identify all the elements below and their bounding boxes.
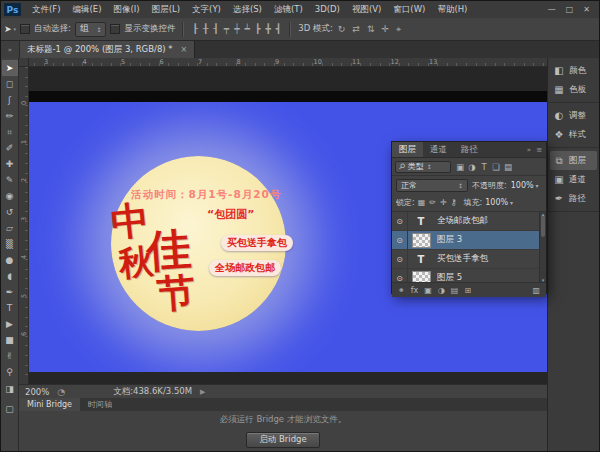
path-selection-tool[interactable]: ▶ bbox=[2, 316, 18, 332]
scrollbar-thumb[interactable] bbox=[541, 215, 545, 237]
launch-bridge-button[interactable]: 启动 Bridge bbox=[246, 432, 319, 448]
dock-item-adjustments[interactable]: ◐调整 bbox=[550, 106, 597, 125]
layer-thumbnail[interactable] bbox=[408, 233, 434, 248]
type-tool[interactable]: T bbox=[2, 300, 18, 316]
filter-kind-icon[interactable]: ❏ bbox=[490, 162, 502, 172]
mode-3d-icon[interactable]: ⇄ bbox=[351, 24, 361, 35]
screen-mode-button[interactable]: ▢ bbox=[2, 401, 18, 417]
menu-item[interactable]: 窗口(W) bbox=[387, 4, 431, 16]
lock-transparent-icon[interactable]: ▦ bbox=[418, 198, 426, 207]
zoom-tool[interactable]: ⚲ bbox=[2, 364, 18, 380]
dock-item-channels[interactable]: ▣通道 bbox=[550, 170, 597, 189]
toolbar-collapse-button[interactable]: » bbox=[1, 41, 20, 58]
align-icon[interactable]: ┷ bbox=[244, 24, 251, 34]
link-layers-icon[interactable]: ⚭ bbox=[398, 286, 405, 295]
visibility-toggle[interactable]: ⊙ bbox=[392, 269, 408, 282]
menu-item[interactable]: 滤镜(T) bbox=[268, 4, 309, 16]
zoom-level-field[interactable]: 200% bbox=[25, 387, 49, 397]
maximize-button[interactable]: □ bbox=[566, 5, 574, 14]
bottom-tab[interactable]: 时间轴 bbox=[80, 398, 120, 411]
clone-stamp-tool[interactable]: ◉ bbox=[2, 188, 18, 204]
filter-kind-icon[interactable]: ◑ bbox=[466, 162, 478, 172]
layer-group-icon[interactable]: ▤ bbox=[451, 286, 459, 295]
quick-mask-button[interactable]: ◨ bbox=[2, 381, 18, 397]
tool-preset-arrow-icon[interactable]: ▾ bbox=[14, 26, 17, 32]
layer-filter-type-dropdown[interactable]: ⚲ 类型 ↕ bbox=[395, 161, 451, 173]
dock-item-paths[interactable]: ✒路径 bbox=[550, 189, 597, 208]
align-icon[interactable]: ╂ bbox=[202, 24, 209, 34]
layers-panel-tab[interactable]: 通道 bbox=[423, 142, 454, 157]
gradient-tool[interactable]: ▒ bbox=[2, 236, 18, 252]
align-icon[interactable]: ┣ bbox=[254, 24, 261, 34]
auto-select-checkbox[interactable] bbox=[20, 24, 30, 34]
align-icon[interactable]: ┫ bbox=[275, 24, 282, 34]
layer-row[interactable]: ⊙T全场邮政包邮 bbox=[392, 212, 546, 231]
pen-tool[interactable]: ✒ bbox=[2, 284, 18, 300]
marquee-tool[interactable]: ◻ bbox=[2, 76, 18, 92]
fill-value[interactable]: 100% ▾ bbox=[485, 198, 513, 207]
menu-item[interactable]: 图层(L) bbox=[146, 4, 186, 16]
eyedropper-tool[interactable]: ✐ bbox=[2, 140, 18, 156]
history-brush-tool[interactable]: ↺ bbox=[2, 204, 18, 220]
quick-selection-tool[interactable]: ✏ bbox=[2, 108, 18, 124]
bottom-tab[interactable]: Mini Bridge bbox=[19, 398, 80, 411]
blur-tool[interactable]: ● bbox=[2, 252, 18, 268]
move-tool[interactable]: ➤ bbox=[2, 60, 18, 76]
mode-3d-icon[interactable]: ⇅ bbox=[366, 24, 376, 35]
layers-panel-tab[interactable]: 路径 bbox=[454, 142, 485, 157]
align-icon[interactable]: ╋ bbox=[264, 24, 271, 34]
layer-thumbnail[interactable]: T bbox=[408, 254, 434, 265]
panel-menu-icon[interactable]: ≡ bbox=[536, 146, 542, 154]
align-icon[interactable]: ┿ bbox=[233, 24, 240, 34]
menu-item[interactable]: 图像(I) bbox=[108, 4, 146, 16]
lock-pixels-icon[interactable]: ✏ bbox=[429, 198, 436, 207]
close-button[interactable]: ✕ bbox=[583, 5, 590, 14]
crop-tool[interactable]: ⌗ bbox=[2, 124, 18, 140]
align-icon[interactable]: ┠ bbox=[191, 24, 198, 34]
menu-item[interactable]: 选择(S) bbox=[227, 4, 268, 16]
panel-collapse-icon[interactable]: » bbox=[527, 146, 531, 154]
healing-brush-tool[interactable]: ✚ bbox=[2, 156, 18, 172]
adjustment-layer-icon[interactable]: ◑ bbox=[438, 286, 445, 295]
filter-kind-icon[interactable]: ▣ bbox=[454, 162, 466, 172]
visibility-toggle[interactable]: ⊙ bbox=[392, 231, 408, 249]
dodge-tool[interactable]: ◖ bbox=[2, 268, 18, 284]
lock-all-icon[interactable]: ⚷ bbox=[451, 198, 457, 207]
brush-tool[interactable]: ✎ bbox=[2, 172, 18, 188]
visibility-toggle[interactable]: ⊙ bbox=[392, 212, 408, 230]
delete-layer-icon[interactable]: ▥ bbox=[532, 286, 540, 295]
lasso-tool[interactable]: ʃ bbox=[2, 92, 18, 108]
minimize-button[interactable]: — bbox=[548, 5, 556, 14]
layer-thumbnail[interactable] bbox=[408, 271, 434, 283]
close-tab-icon[interactable]: × bbox=[181, 45, 188, 54]
scroll-up-icon[interactable]: ▴ bbox=[540, 212, 546, 217]
layer-thumbnail[interactable]: T bbox=[408, 216, 434, 227]
visibility-toggle[interactable]: ⊙ bbox=[392, 250, 408, 268]
scroll-down-icon[interactable]: ▾ bbox=[540, 277, 546, 282]
dock-item-layers[interactable]: ⧉图层 bbox=[550, 151, 597, 170]
document-tab[interactable]: 未标题-1 @ 200% (图层 3, RGB/8) * × bbox=[20, 41, 195, 58]
menu-item[interactable]: 文字(Y) bbox=[186, 4, 227, 16]
dock-item-swatches[interactable]: ▦色板 bbox=[550, 80, 597, 99]
new-layer-icon[interactable]: ⊞ bbox=[464, 286, 471, 295]
layers-panel-tab[interactable]: 图层 bbox=[392, 142, 423, 157]
filter-kind-icon[interactable]: ▤ bbox=[502, 162, 514, 172]
layer-row[interactable]: ⊙图层 5 bbox=[392, 269, 546, 282]
blend-mode-dropdown[interactable]: 正常 ↕ bbox=[396, 179, 468, 192]
menu-item[interactable]: 编辑(E) bbox=[67, 4, 108, 16]
opacity-value[interactable]: 100% ▾ bbox=[511, 181, 539, 190]
shape-tool[interactable]: ■ bbox=[2, 332, 18, 348]
layer-effects-icon[interactable]: fx bbox=[411, 286, 419, 295]
mode-3d-icon[interactable]: ✛ bbox=[380, 24, 390, 35]
mode-3d-icon[interactable]: ↻ bbox=[337, 24, 347, 35]
status-menu-arrow-icon[interactable]: ▶ bbox=[200, 388, 205, 396]
eraser-tool[interactable]: ▱ bbox=[2, 220, 18, 236]
layer-row[interactable]: ⊙图层 3 bbox=[392, 231, 546, 250]
filter-kind-icon[interactable]: T bbox=[478, 162, 490, 172]
align-icon[interactable]: ┯ bbox=[223, 24, 230, 34]
layers-scrollbar[interactable]: ▴▾ bbox=[539, 212, 546, 282]
move-tool-icon[interactable]: ➤ bbox=[4, 24, 12, 34]
menu-item[interactable]: 帮助(H) bbox=[431, 4, 473, 16]
auto-select-dropdown[interactable]: 组 ↕ bbox=[75, 22, 107, 37]
menu-item[interactable]: 视图(V) bbox=[346, 4, 387, 16]
